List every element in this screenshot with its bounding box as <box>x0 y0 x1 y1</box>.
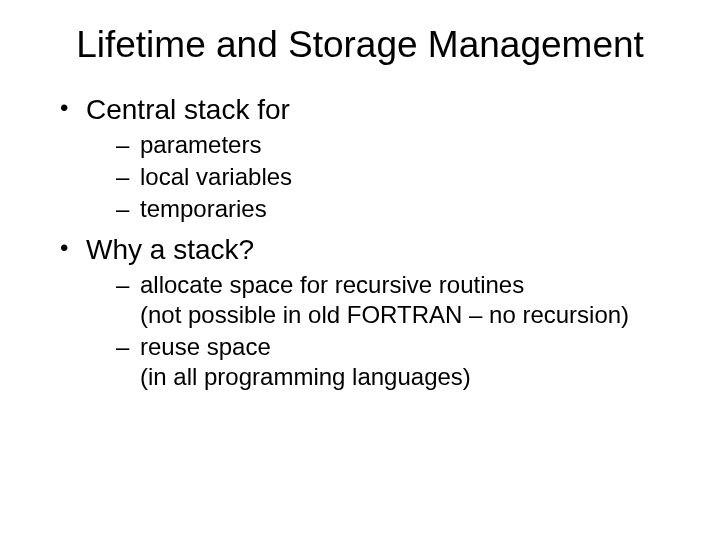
bullet-text: Central stack for <box>86 94 290 125</box>
sub-text: parameters <box>140 131 261 158</box>
sub-item: reuse space (in all programming language… <box>116 332 690 392</box>
sub-item: allocate space for recursive routines (n… <box>116 270 690 330</box>
sub-text: allocate space for recursive routines <box>140 271 524 298</box>
sub-text: reuse space <box>140 333 271 360</box>
sub-text: local variables <box>140 163 292 190</box>
bullet-list: Central stack for parameters local varia… <box>60 94 690 392</box>
sub-item: local variables <box>116 162 690 192</box>
sub-list: parameters local variables temporaries <box>116 130 690 224</box>
sub-text: temporaries <box>140 195 267 222</box>
bullet-item: Why a stack? allocate space for recursiv… <box>60 234 690 392</box>
sub-item: parameters <box>116 130 690 160</box>
slide-title: Lifetime and Storage Management <box>30 24 690 66</box>
sub-note: (in all programming languages) <box>140 362 690 392</box>
sub-list: allocate space for recursive routines (n… <box>116 270 690 392</box>
sub-note: (not possible in old FORTRAN – no recurs… <box>140 300 690 330</box>
bullet-item: Central stack for parameters local varia… <box>60 94 690 224</box>
sub-item: temporaries <box>116 194 690 224</box>
slide: Lifetime and Storage Management Central … <box>0 0 720 540</box>
bullet-text: Why a stack? <box>86 234 254 265</box>
